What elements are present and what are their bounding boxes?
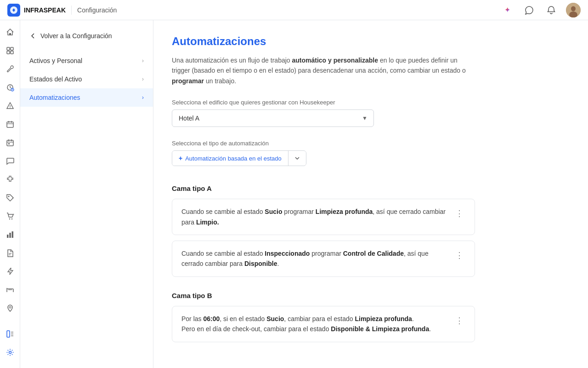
section-cama-a-title: Cama tipo A (172, 184, 570, 192)
sidebar-toggle-icon[interactable] (2, 326, 18, 342)
svg-rect-6 (11, 47, 13, 50)
page-description: Una automatización es un flujo de trabaj… (172, 55, 475, 86)
nav-item-activos[interactable]: Activos y Personal › (20, 52, 153, 70)
topbar: INFRASPEAK Configuración ✦ (0, 0, 588, 20)
svg-rect-26 (9, 233, 11, 238)
topbar-divider (71, 6, 72, 15)
main-layout: Volver a la Configuración Activos y Pers… (0, 20, 588, 368)
building-selector-wrapper: Hotel A Hotel B Hotel C ▼ (172, 109, 374, 127)
tools-icon[interactable] (2, 61, 18, 77)
svg-rect-5 (7, 47, 10, 50)
document-icon[interactable] (2, 245, 18, 261)
nav-item-estados[interactable]: Estados del Activo › (20, 70, 153, 88)
back-label: Volver a la Configuración (40, 32, 112, 40)
svg-point-12 (10, 107, 11, 108)
svg-rect-8 (11, 51, 13, 54)
star-icon[interactable]: ✦ (500, 3, 514, 17)
automation-card-sucio-text: Cuando se cambie al estado Sucio program… (181, 207, 448, 227)
sidebar-bottom (2, 326, 18, 364)
chevron-right-icon: › (142, 76, 144, 82)
tag-icon[interactable] (2, 190, 18, 206)
back-button[interactable]: Volver a la Configuración (20, 28, 153, 44)
logo-icon (7, 4, 20, 17)
bed-icon[interactable] (2, 282, 18, 298)
automation-type-label: Selecciona el tipo de automatización (172, 140, 570, 147)
automation-card-sucio-menu[interactable]: ⋮ (453, 207, 465, 219)
svg-rect-31 (10, 289, 12, 290)
svg-rect-13 (7, 122, 13, 127)
nav-item-automatizaciones[interactable]: Automatizaciones › (20, 88, 153, 107)
alert-icon[interactable] (2, 98, 18, 114)
nav-item-automatizaciones-label: Automatizaciones (29, 94, 80, 101)
svg-rect-4 (9, 33, 11, 35)
settings-gear-icon[interactable] (2, 344, 18, 361)
home-icon[interactable] (2, 24, 18, 40)
automation-type-main[interactable]: + Automatización basada en el estado (172, 151, 288, 166)
svg-rect-7 (7, 51, 10, 54)
chevron-right-icon: › (142, 58, 144, 64)
automation-type-dropdown-toggle[interactable] (288, 151, 306, 165)
nav-item-estados-label: Estados del Activo (29, 75, 82, 83)
automation-card-inspeccionado-menu[interactable]: ⋮ (453, 249, 465, 261)
app-name: INFRASPEAK (24, 6, 66, 14)
plus-icon: + (179, 155, 182, 162)
topbar-page-title: Configuración (77, 6, 117, 14)
automation-card-checkout-text: Por las 06:00, si en el estado Sucio, ca… (181, 314, 448, 334)
chevron-right-active-icon: › (142, 94, 144, 101)
building-select[interactable]: Hotel A Hotel B Hotel C (172, 109, 374, 127)
topbar-icons: ✦ (500, 3, 581, 17)
calendar2-icon[interactable] (2, 134, 18, 151)
puzzle-icon[interactable] (2, 171, 18, 188)
section-cama-tipo-a: Cama tipo A Cuando se cambie al estado S… (172, 184, 570, 277)
section-cama-b-title: Cama tipo B (172, 292, 570, 299)
asset-icon[interactable] (2, 79, 18, 96)
shopping-cart-icon[interactable] (2, 208, 18, 224)
location-pin-icon[interactable] (2, 300, 18, 316)
svg-rect-17 (7, 140, 13, 146)
automation-card-sucio: Cuando se cambie al estado Sucio program… (172, 199, 475, 235)
nav-sidebar: Volver a la Configuración Activos y Pers… (20, 20, 153, 368)
content-area: Automatizaciones Una automatización es u… (153, 20, 588, 368)
automation-card-checkout-menu[interactable]: ⋮ (453, 315, 465, 327)
svg-point-24 (11, 218, 12, 219)
app-logo[interactable]: INFRASPEAK (7, 4, 66, 17)
building-label: Selecciona el edificio que quieres gesti… (172, 99, 570, 106)
automation-card-inspeccionado: Cuando se cambie al estado Inspeccionado… (172, 241, 475, 277)
svg-rect-30 (8, 289, 10, 290)
chat-bubble-icon[interactable] (522, 3, 537, 17)
svg-point-38 (9, 351, 11, 354)
nav-item-activos-label: Activos y Personal (29, 57, 82, 64)
bar-chart-icon[interactable] (2, 226, 18, 243)
section-cama-tipo-b: Cama tipo B Por las 06:00, si en el esta… (172, 292, 570, 342)
svg-rect-25 (7, 235, 9, 238)
automation-type-button[interactable]: + Automatización basada en el estado (172, 150, 306, 166)
icon-sidebar (0, 20, 20, 368)
svg-rect-34 (7, 331, 10, 337)
automation-card-checkout: Por las 06:00, si en el estado Sucio, ca… (172, 306, 475, 342)
svg-point-22 (8, 196, 9, 197)
messages-icon[interactable] (2, 153, 18, 169)
user-avatar[interactable] (566, 3, 581, 17)
svg-point-2 (571, 6, 576, 11)
calendar-alt-icon[interactable] (2, 116, 18, 132)
svg-rect-27 (11, 231, 13, 238)
lightning-bolt-icon[interactable] (2, 263, 18, 280)
automation-type-selected: Automatización basada en el estado (185, 155, 282, 162)
notification-bell-icon[interactable] (544, 3, 559, 17)
page-title: Automatizaciones (172, 35, 570, 48)
automation-type-wrapper: Selecciona el tipo de automatización + A… (172, 140, 570, 166)
svg-point-23 (9, 218, 10, 219)
dashboard-icon[interactable] (2, 42, 18, 59)
automation-card-inspeccionado-text: Cuando se cambie al estado Inspeccionado… (181, 248, 448, 269)
svg-rect-21 (8, 143, 10, 144)
svg-point-33 (9, 306, 11, 308)
